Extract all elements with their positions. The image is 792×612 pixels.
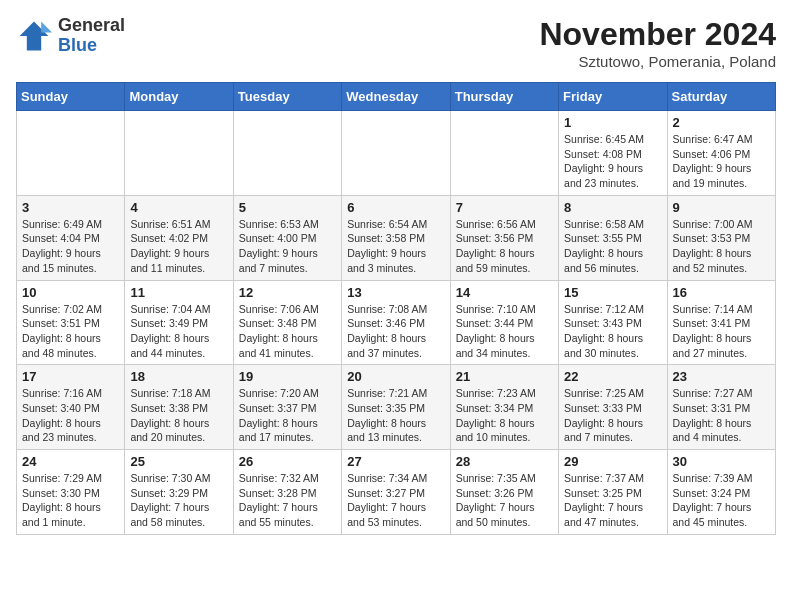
week-row-5: 24Sunrise: 7:29 AM Sunset: 3:30 PM Dayli…: [17, 450, 776, 535]
day-number: 30: [673, 454, 770, 469]
weekday-header-friday: Friday: [559, 83, 667, 111]
calendar-cell: 13Sunrise: 7:08 AM Sunset: 3:46 PM Dayli…: [342, 280, 450, 365]
day-number: 17: [22, 369, 119, 384]
day-info: Sunrise: 6:54 AM Sunset: 3:58 PM Dayligh…: [347, 217, 444, 276]
calendar-cell: 27Sunrise: 7:34 AM Sunset: 3:27 PM Dayli…: [342, 450, 450, 535]
day-info: Sunrise: 7:04 AM Sunset: 3:49 PM Dayligh…: [130, 302, 227, 361]
day-number: 12: [239, 285, 336, 300]
calendar-cell: 24Sunrise: 7:29 AM Sunset: 3:30 PM Dayli…: [17, 450, 125, 535]
day-info: Sunrise: 6:58 AM Sunset: 3:55 PM Dayligh…: [564, 217, 661, 276]
weekday-header-sunday: Sunday: [17, 83, 125, 111]
logo: General Blue: [16, 16, 125, 56]
calendar-cell: 7Sunrise: 6:56 AM Sunset: 3:56 PM Daylig…: [450, 195, 558, 280]
weekday-header-row: SundayMondayTuesdayWednesdayThursdayFrid…: [17, 83, 776, 111]
day-info: Sunrise: 7:10 AM Sunset: 3:44 PM Dayligh…: [456, 302, 553, 361]
day-info: Sunrise: 7:16 AM Sunset: 3:40 PM Dayligh…: [22, 386, 119, 445]
day-number: 26: [239, 454, 336, 469]
day-info: Sunrise: 7:12 AM Sunset: 3:43 PM Dayligh…: [564, 302, 661, 361]
calendar-cell: 9Sunrise: 7:00 AM Sunset: 3:53 PM Daylig…: [667, 195, 775, 280]
day-number: 18: [130, 369, 227, 384]
calendar-cell: 17Sunrise: 7:16 AM Sunset: 3:40 PM Dayli…: [17, 365, 125, 450]
day-number: 25: [130, 454, 227, 469]
day-number: 3: [22, 200, 119, 215]
day-info: Sunrise: 7:23 AM Sunset: 3:34 PM Dayligh…: [456, 386, 553, 445]
day-info: Sunrise: 7:18 AM Sunset: 3:38 PM Dayligh…: [130, 386, 227, 445]
calendar-cell: [342, 111, 450, 196]
calendar-cell: 23Sunrise: 7:27 AM Sunset: 3:31 PM Dayli…: [667, 365, 775, 450]
day-number: 28: [456, 454, 553, 469]
month-title: November 2024: [539, 16, 776, 53]
calendar-cell: 3Sunrise: 6:49 AM Sunset: 4:04 PM Daylig…: [17, 195, 125, 280]
day-info: Sunrise: 6:53 AM Sunset: 4:00 PM Dayligh…: [239, 217, 336, 276]
calendar-cell: 19Sunrise: 7:20 AM Sunset: 3:37 PM Dayli…: [233, 365, 341, 450]
calendar-cell: 6Sunrise: 6:54 AM Sunset: 3:58 PM Daylig…: [342, 195, 450, 280]
day-number: 11: [130, 285, 227, 300]
day-number: 4: [130, 200, 227, 215]
week-row-1: 1Sunrise: 6:45 AM Sunset: 4:08 PM Daylig…: [17, 111, 776, 196]
day-number: 27: [347, 454, 444, 469]
day-info: Sunrise: 7:30 AM Sunset: 3:29 PM Dayligh…: [130, 471, 227, 530]
day-info: Sunrise: 7:27 AM Sunset: 3:31 PM Dayligh…: [673, 386, 770, 445]
day-number: 2: [673, 115, 770, 130]
calendar-cell: 11Sunrise: 7:04 AM Sunset: 3:49 PM Dayli…: [125, 280, 233, 365]
calendar-cell: [17, 111, 125, 196]
day-info: Sunrise: 6:49 AM Sunset: 4:04 PM Dayligh…: [22, 217, 119, 276]
week-row-3: 10Sunrise: 7:02 AM Sunset: 3:51 PM Dayli…: [17, 280, 776, 365]
weekday-header-saturday: Saturday: [667, 83, 775, 111]
day-info: Sunrise: 7:29 AM Sunset: 3:30 PM Dayligh…: [22, 471, 119, 530]
weekday-header-tuesday: Tuesday: [233, 83, 341, 111]
day-info: Sunrise: 7:25 AM Sunset: 3:33 PM Dayligh…: [564, 386, 661, 445]
day-number: 7: [456, 200, 553, 215]
location-subtitle: Sztutowo, Pomerania, Poland: [539, 53, 776, 70]
day-number: 22: [564, 369, 661, 384]
day-info: Sunrise: 6:45 AM Sunset: 4:08 PM Dayligh…: [564, 132, 661, 191]
day-info: Sunrise: 7:20 AM Sunset: 3:37 PM Dayligh…: [239, 386, 336, 445]
day-number: 21: [456, 369, 553, 384]
svg-marker-1: [41, 21, 52, 32]
day-number: 6: [347, 200, 444, 215]
calendar-cell: 29Sunrise: 7:37 AM Sunset: 3:25 PM Dayli…: [559, 450, 667, 535]
day-info: Sunrise: 7:34 AM Sunset: 3:27 PM Dayligh…: [347, 471, 444, 530]
calendar-cell: 30Sunrise: 7:39 AM Sunset: 3:24 PM Dayli…: [667, 450, 775, 535]
day-number: 10: [22, 285, 119, 300]
day-number: 1: [564, 115, 661, 130]
week-row-4: 17Sunrise: 7:16 AM Sunset: 3:40 PM Dayli…: [17, 365, 776, 450]
day-info: Sunrise: 7:02 AM Sunset: 3:51 PM Dayligh…: [22, 302, 119, 361]
weekday-header-wednesday: Wednesday: [342, 83, 450, 111]
day-info: Sunrise: 7:06 AM Sunset: 3:48 PM Dayligh…: [239, 302, 336, 361]
calendar-cell: 22Sunrise: 7:25 AM Sunset: 3:33 PM Dayli…: [559, 365, 667, 450]
day-info: Sunrise: 7:14 AM Sunset: 3:41 PM Dayligh…: [673, 302, 770, 361]
calendar-cell: 4Sunrise: 6:51 AM Sunset: 4:02 PM Daylig…: [125, 195, 233, 280]
day-info: Sunrise: 6:47 AM Sunset: 4:06 PM Dayligh…: [673, 132, 770, 191]
calendar-cell: 21Sunrise: 7:23 AM Sunset: 3:34 PM Dayli…: [450, 365, 558, 450]
day-info: Sunrise: 7:37 AM Sunset: 3:25 PM Dayligh…: [564, 471, 661, 530]
logo-blue-text: Blue: [58, 36, 125, 56]
weekday-header-thursday: Thursday: [450, 83, 558, 111]
calendar-cell: 20Sunrise: 7:21 AM Sunset: 3:35 PM Dayli…: [342, 365, 450, 450]
day-number: 29: [564, 454, 661, 469]
day-number: 23: [673, 369, 770, 384]
day-number: 16: [673, 285, 770, 300]
weekday-header-monday: Monday: [125, 83, 233, 111]
week-row-2: 3Sunrise: 6:49 AM Sunset: 4:04 PM Daylig…: [17, 195, 776, 280]
calendar-cell: 15Sunrise: 7:12 AM Sunset: 3:43 PM Dayli…: [559, 280, 667, 365]
day-info: Sunrise: 7:35 AM Sunset: 3:26 PM Dayligh…: [456, 471, 553, 530]
day-number: 5: [239, 200, 336, 215]
calendar-cell: 1Sunrise: 6:45 AM Sunset: 4:08 PM Daylig…: [559, 111, 667, 196]
calendar-cell: 25Sunrise: 7:30 AM Sunset: 3:29 PM Dayli…: [125, 450, 233, 535]
day-info: Sunrise: 7:39 AM Sunset: 3:24 PM Dayligh…: [673, 471, 770, 530]
day-info: Sunrise: 6:51 AM Sunset: 4:02 PM Dayligh…: [130, 217, 227, 276]
logo-icon: [16, 18, 52, 54]
header: General Blue November 2024 Sztutowo, Pom…: [16, 16, 776, 70]
day-info: Sunrise: 7:00 AM Sunset: 3:53 PM Dayligh…: [673, 217, 770, 276]
calendar-cell: 5Sunrise: 6:53 AM Sunset: 4:00 PM Daylig…: [233, 195, 341, 280]
logo-text: General Blue: [58, 16, 125, 56]
day-number: 15: [564, 285, 661, 300]
title-area: November 2024 Sztutowo, Pomerania, Polan…: [539, 16, 776, 70]
logo-general-text: General: [58, 16, 125, 36]
calendar: SundayMondayTuesdayWednesdayThursdayFrid…: [16, 82, 776, 535]
day-number: 14: [456, 285, 553, 300]
calendar-cell: 10Sunrise: 7:02 AM Sunset: 3:51 PM Dayli…: [17, 280, 125, 365]
day-info: Sunrise: 7:08 AM Sunset: 3:46 PM Dayligh…: [347, 302, 444, 361]
calendar-cell: [125, 111, 233, 196]
